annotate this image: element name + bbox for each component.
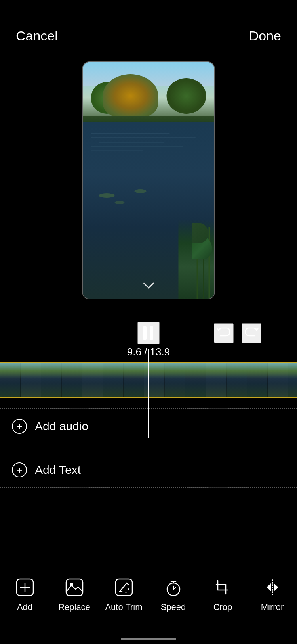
tool-replace[interactable]: Replace — [55, 577, 94, 612]
header: Cancel Done — [0, 0, 297, 56]
tool-auto-trim[interactable]: Auto Trim — [104, 577, 144, 612]
mirror-icon — [262, 577, 283, 598]
timeline-frame — [103, 363, 124, 397]
pause-icon — [143, 326, 154, 340]
add-text-icon: + — [12, 462, 27, 477]
add-text-label: Add Text — [35, 463, 81, 477]
tool-add[interactable]: Add — [5, 577, 45, 612]
timeline-frame — [0, 363, 21, 397]
home-indicator — [121, 638, 176, 640]
svg-marker-22 — [274, 583, 278, 592]
speed-label: Speed — [161, 602, 186, 612]
speed-icon — [163, 577, 184, 598]
timeline-frame — [247, 363, 268, 397]
svg-rect-5 — [116, 579, 132, 596]
timeline-frame — [62, 363, 82, 397]
svg-point-10 — [125, 592, 126, 593]
add-icon — [14, 577, 36, 598]
replace-icon — [64, 577, 85, 598]
timeline-frame — [41, 363, 62, 397]
chevron-down-icon — [141, 278, 156, 293]
timeline-frame — [268, 363, 288, 397]
undo-button[interactable] — [214, 323, 234, 343]
add-text-section[interactable]: + Add Text — [0, 452, 297, 488]
bottom-toolbar: Add Replace Auto — [0, 573, 297, 628]
timeline-frame — [82, 363, 103, 397]
playback-controls — [0, 317, 297, 349]
video-preview — [82, 61, 215, 299]
svg-marker-21 — [267, 583, 271, 592]
pause-button[interactable] — [137, 322, 160, 344]
playhead — [148, 349, 149, 438]
timeline-frame — [21, 363, 41, 397]
cancel-button[interactable]: Cancel — [16, 28, 58, 44]
crop-label: Crop — [213, 602, 232, 612]
auto-trim-label: Auto Trim — [105, 602, 142, 612]
timeline-frame — [185, 363, 206, 397]
tool-mirror[interactable]: Mirror — [253, 577, 292, 612]
add-audio-icon: + — [12, 419, 27, 434]
add-label: Add — [17, 602, 32, 612]
add-audio-label: Add audio — [35, 420, 88, 433]
svg-point-9 — [128, 588, 129, 590]
tool-speed[interactable]: Speed — [154, 577, 193, 612]
replace-label: Replace — [58, 602, 90, 612]
timeline-frame — [227, 363, 247, 397]
timeline-frame — [288, 363, 297, 397]
mirror-label: Mirror — [261, 602, 284, 612]
crop-icon — [212, 577, 234, 598]
timeline-frame — [144, 363, 165, 397]
done-button[interactable]: Done — [249, 28, 281, 44]
timeline-frame — [206, 363, 227, 397]
timeline-frame — [124, 363, 144, 397]
timeline-frame — [165, 363, 185, 397]
auto-trim-icon — [113, 577, 135, 598]
svg-rect-3 — [66, 579, 83, 596]
tool-crop[interactable]: Crop — [203, 577, 243, 612]
svg-line-8 — [127, 583, 128, 585]
redo-button[interactable] — [242, 323, 261, 343]
svg-line-6 — [120, 583, 127, 592]
